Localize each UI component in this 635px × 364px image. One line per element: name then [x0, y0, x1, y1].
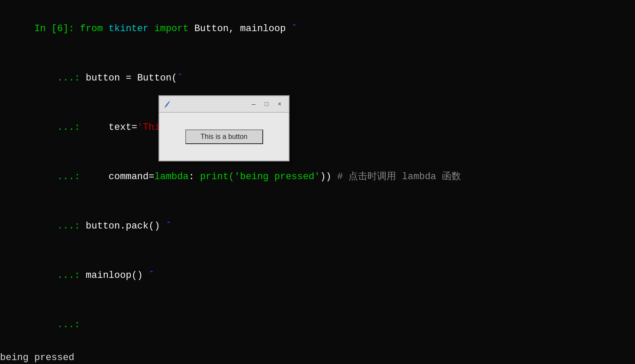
keyword-import: import	[154, 23, 194, 34]
code-line-1: In [6]: from tkinter import Button, main…	[0, 4, 635, 54]
class-button: Button(	[137, 73, 177, 84]
titlebar: — □ ×	[159, 96, 289, 113]
maximize-button[interactable]: □	[261, 99, 272, 110]
mainloop-call: mainloop()	[86, 270, 148, 281]
this-is-a-button[interactable]: This is a button	[185, 129, 263, 144]
string-being-pressed: 'being pressed'	[234, 171, 320, 182]
prompt-cont-4: ...:	[34, 171, 109, 182]
prompt-cont-5: ...:	[34, 221, 86, 232]
code-line-4: ...: command=lambda: print('being presse…	[0, 152, 635, 202]
param-command: command=	[109, 171, 155, 182]
prompt-cont-2: ...:	[34, 73, 86, 84]
module-tkinter: tkinter	[109, 23, 155, 34]
output-section: being pressed being pressed being presse…	[0, 350, 635, 364]
output-line-1: being pressed	[0, 350, 635, 364]
equals: =	[126, 73, 137, 84]
code-line-3: ...: text='This is a button', ˆ	[0, 103, 635, 152]
button-pack: button.pack()	[86, 221, 166, 232]
keyword-lambda: lambda	[154, 171, 188, 182]
code-line-5: ...: button.pack() ˆ	[0, 202, 635, 251]
window-body: This is a button	[159, 113, 289, 161]
comment-chinese: # 点击时调用 lambda 函数	[337, 171, 461, 182]
cursor-1: ˆ	[286, 23, 297, 34]
code-line-2: ...: button = Button(ˆ	[0, 54, 635, 103]
cursor-5: ˆ	[166, 221, 171, 232]
param-text: text=	[109, 122, 137, 133]
import-mainloop: mainloop	[240, 23, 286, 34]
comma: ,	[229, 23, 240, 34]
parens-close: ))	[320, 171, 337, 182]
terminal: In [6]: from tkinter import Button, main…	[0, 0, 635, 364]
keyword-from: from	[80, 23, 109, 34]
prompt-cont-3: ...:	[34, 122, 109, 133]
cursor-6: ˆ	[148, 270, 154, 281]
func-print: print(	[200, 171, 234, 182]
prompt-cont-6: ...:	[34, 270, 86, 281]
import-button: Button	[194, 23, 229, 34]
tkinter-window: — □ × This is a button	[158, 95, 290, 161]
code-line-7: ...:	[0, 300, 635, 350]
close-button[interactable]: ×	[274, 99, 285, 110]
prompt-in: In [6]:	[34, 23, 80, 34]
app-icon	[163, 100, 171, 109]
colon: :	[189, 171, 200, 182]
code-block: In [6]: from tkinter import Button, main…	[0, 4, 635, 350]
code-line-6: ...: mainloop() ˆ	[0, 251, 635, 300]
cursor-2: ˆ	[177, 73, 183, 84]
minimize-button[interactable]: —	[248, 99, 259, 110]
var-button: button	[86, 73, 126, 84]
prompt-cont-7: ...:	[34, 319, 86, 330]
